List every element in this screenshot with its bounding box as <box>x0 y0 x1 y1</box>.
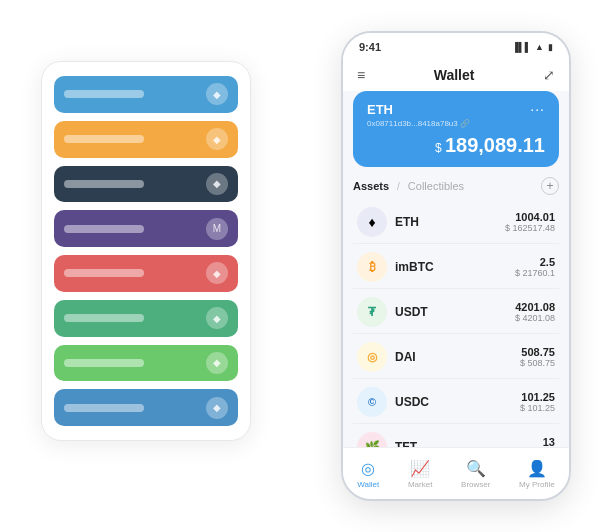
eth-usd: $ 162517.48 <box>505 223 555 233</box>
imbtc-asset-name: imBTC <box>395 260 515 274</box>
status-time: 9:41 <box>359 41 381 53</box>
nav-market[interactable]: 📈 Market <box>408 459 432 489</box>
usdt-asset-name: USDT <box>395 305 515 319</box>
balance-prefix: $ <box>435 141 445 155</box>
card-text-1 <box>64 90 144 98</box>
tab-collectibles[interactable]: Collectibles <box>408 180 464 192</box>
browser-nav-label: Browser <box>461 480 490 489</box>
eth-amount: 1004.01 <box>505 211 555 223</box>
nav-wallet[interactable]: ◎ Wallet <box>357 459 379 489</box>
imbtc-amount: 2.5 <box>515 256 555 268</box>
usdc-asset-name: USDC <box>395 395 520 409</box>
imbtc-usd: $ 21760.1 <box>515 268 555 278</box>
eth-address: 0x08711d3b...8418a78u3 🔗 <box>367 119 545 128</box>
balance-value: 189,089.11 <box>445 134 545 156</box>
imbtc-icon: ₿ <box>357 252 387 282</box>
card-text-7 <box>64 359 144 367</box>
card-text-8 <box>64 404 144 412</box>
wallet-nav-label: Wallet <box>357 480 379 489</box>
wallet-card-7[interactable]: ◆ <box>54 345 238 382</box>
browser-nav-icon: 🔍 <box>466 459 486 478</box>
wallet-nav-icon: ◎ <box>361 459 375 478</box>
profile-nav-label: My Profile <box>519 480 555 489</box>
dai-amounts: 508.75 $ 508.75 <box>520 346 555 368</box>
usdc-icon: © <box>357 387 387 417</box>
expand-icon[interactable]: ⤢ <box>543 67 555 83</box>
card-icon-7: ◆ <box>206 352 228 374</box>
usdc-usd: $ 101.25 <box>520 403 555 413</box>
eth-main-card[interactable]: ETH ··· 0x08711d3b...8418a78u3 🔗 $ 189,0… <box>353 91 559 167</box>
bottom-nav: ◎ Wallet 📈 Market 🔍 Browser 👤 My Profile <box>343 447 569 499</box>
card-icon-8: ◆ <box>206 397 228 419</box>
wifi-icon: ▲ <box>535 42 544 52</box>
asset-item-usdc[interactable]: © USDC 101.25 $ 101.25 <box>353 381 559 424</box>
phone-header: ≡ Wallet ⤢ <box>343 61 569 91</box>
asset-item-tft[interactable]: 🌿 TFT 13 0 <box>353 426 559 447</box>
market-nav-label: Market <box>408 480 432 489</box>
asset-item-imbtc[interactable]: ₿ imBTC 2.5 $ 21760.1 <box>353 246 559 289</box>
tft-asset-name: TFT <box>395 440 543 447</box>
wallet-card-2[interactable]: ◆ <box>54 121 238 158</box>
menu-icon[interactable]: ≡ <box>357 67 365 83</box>
card-text-2 <box>64 135 144 143</box>
eth-card-top: ETH ··· <box>367 101 545 117</box>
status-bar: 9:41 ▐▌▌ ▲ ▮ <box>343 33 569 61</box>
dai-icon: ◎ <box>357 342 387 372</box>
scene: ◆ ◆ ◆ M ◆ ◆ ◆ ◆ <box>21 21 581 511</box>
assets-tabs: Assets / Collectibles <box>353 180 464 192</box>
eth-amounts: 1004.01 $ 162517.48 <box>505 211 555 233</box>
card-icon-1: ◆ <box>206 83 228 105</box>
usdc-amount: 101.25 <box>520 391 555 403</box>
add-asset-button[interactable]: + <box>541 177 559 195</box>
tab-divider: / <box>397 181 400 192</box>
dai-amount: 508.75 <box>520 346 555 358</box>
usdt-usd: $ 4201.08 <box>515 313 555 323</box>
profile-nav-icon: 👤 <box>527 459 547 478</box>
status-icons: ▐▌▌ ▲ ▮ <box>512 42 553 52</box>
dai-usd: $ 508.75 <box>520 358 555 368</box>
battery-icon: ▮ <box>548 42 553 52</box>
usdc-amounts: 101.25 $ 101.25 <box>520 391 555 413</box>
eth-balance: $ 189,089.11 <box>367 134 545 157</box>
card-text-6 <box>64 314 144 322</box>
eth-icon: ♦ <box>357 207 387 237</box>
card-icon-2: ◆ <box>206 128 228 150</box>
nav-browser[interactable]: 🔍 Browser <box>461 459 490 489</box>
phone: 9:41 ▐▌▌ ▲ ▮ ≡ Wallet ⤢ ETH ··· 0x08711d… <box>341 31 571 501</box>
wallet-cards-bg: ◆ ◆ ◆ M ◆ ◆ ◆ ◆ <box>41 61 251 441</box>
tft-amount: 13 <box>543 436 555 447</box>
phone-content: ETH ··· 0x08711d3b...8418a78u3 🔗 $ 189,0… <box>343 91 569 447</box>
card-text-4 <box>64 225 144 233</box>
wallet-card-5[interactable]: ◆ <box>54 255 238 292</box>
signal-icon: ▐▌▌ <box>512 42 531 52</box>
card-text-3 <box>64 180 144 188</box>
card-icon-3: ◆ <box>206 173 228 195</box>
usdt-amount: 4201.08 <box>515 301 555 313</box>
asset-list: ♦ ETH 1004.01 $ 162517.48 ₿ imBTC 2.5 $ … <box>353 201 559 447</box>
asset-item-eth[interactable]: ♦ ETH 1004.01 $ 162517.48 <box>353 201 559 244</box>
page-title: Wallet <box>434 67 475 83</box>
eth-label: ETH <box>367 102 393 117</box>
wallet-card-3[interactable]: ◆ <box>54 166 238 203</box>
wallet-card-6[interactable]: ◆ <box>54 300 238 337</box>
tab-assets[interactable]: Assets <box>353 180 389 192</box>
card-text-5 <box>64 269 144 277</box>
wallet-card-1[interactable]: ◆ <box>54 76 238 113</box>
eth-options-button[interactable]: ··· <box>530 101 545 117</box>
market-nav-icon: 📈 <box>410 459 430 478</box>
usdt-amounts: 4201.08 $ 4201.08 <box>515 301 555 323</box>
imbtc-amounts: 2.5 $ 21760.1 <box>515 256 555 278</box>
asset-item-usdt[interactable]: ₮ USDT 4201.08 $ 4201.08 <box>353 291 559 334</box>
usdt-icon: ₮ <box>357 297 387 327</box>
asset-item-dai[interactable]: ◎ DAI 508.75 $ 508.75 <box>353 336 559 379</box>
dai-asset-name: DAI <box>395 350 520 364</box>
tft-icon: 🌿 <box>357 432 387 447</box>
card-icon-5: ◆ <box>206 262 228 284</box>
eth-asset-name: ETH <box>395 215 505 229</box>
nav-profile[interactable]: 👤 My Profile <box>519 459 555 489</box>
assets-header: Assets / Collectibles + <box>353 177 559 195</box>
tft-amounts: 13 0 <box>543 436 555 447</box>
card-icon-4: M <box>206 218 228 240</box>
wallet-card-8[interactable]: ◆ <box>54 389 238 426</box>
wallet-card-4[interactable]: M <box>54 210 238 247</box>
